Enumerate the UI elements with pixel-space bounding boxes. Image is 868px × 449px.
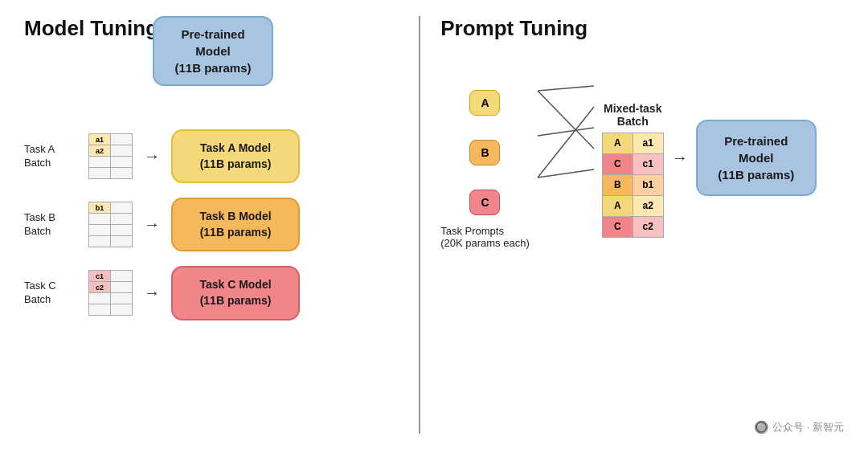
mixed-row-4: A a2 <box>602 195 663 216</box>
prompt-box-a: A <box>469 90 500 116</box>
task-c-row: Task CBatch c1 c2 → Task C Model(11B par… <box>24 266 391 320</box>
watermark: 🔘 公众号 · 新智元 <box>754 420 844 435</box>
cell-c1: c1 <box>89 271 111 282</box>
arrow-c: → <box>144 284 160 302</box>
mixed-cell-A1: A <box>602 133 633 153</box>
mixed-cell-c1: c1 <box>633 153 663 174</box>
task-c-label: Task CBatch <box>24 280 80 307</box>
left-side: Model Tuning Pre-trainedModel(11B params… <box>24 16 407 433</box>
task-c-batch-table: c1 c2 <box>88 270 133 316</box>
prompt-box-c: C <box>469 190 500 215</box>
svg-line-4 <box>538 128 594 136</box>
mixed-cell-B1: B <box>602 174 633 195</box>
task-c-model-box: Task C Model(11B params) <box>171 266 300 320</box>
pretrained-box-top: Pre-trainedModel(11B params) <box>153 16 273 86</box>
mixed-cell-b1: b1 <box>633 174 663 195</box>
mixed-cell-A2: A <box>602 195 633 216</box>
task-b-batch-table: b1 <box>88 202 133 247</box>
task-prompts-col: A B C <box>469 90 500 215</box>
arrow-a: → <box>144 147 160 165</box>
task-prompts-label: Task Prompts(20K params each) <box>440 225 530 249</box>
svg-line-1 <box>538 91 594 149</box>
watermark-text: 公众号 · 新智元 <box>772 420 844 435</box>
mixed-batch-title: Mixed-taskBatch <box>604 102 661 128</box>
cell-c2: c2 <box>89 282 111 293</box>
watermark-icon: 🔘 <box>754 420 769 435</box>
svg-line-3 <box>538 169 594 178</box>
model-tuning-title: Model Tuning <box>24 16 158 41</box>
svg-line-2 <box>538 107 594 178</box>
cell-b1: b1 <box>89 202 111 214</box>
task-a-label: Task ABatch <box>24 143 80 170</box>
task-a-row: Task ABatch a1 a2 → Task A Model(11B par… <box>24 129 391 183</box>
mixed-cell-C1: C <box>602 153 633 174</box>
main-container: Model Tuning Pre-trainedModel(11B params… <box>0 0 868 449</box>
task-b-row: Task BBatch b1 → Task B Model(11B params… <box>24 198 391 251</box>
svg-line-0 <box>538 86 594 91</box>
prompt-box-b: B <box>469 140 500 165</box>
right-inner: A B C Task Prompts(20K params each) Mix <box>440 65 844 274</box>
divider <box>419 16 420 434</box>
task-b-label: Task BBatch <box>24 211 80 239</box>
mixed-row-5: C c2 <box>602 216 663 237</box>
connections-svg <box>530 65 602 242</box>
task-a-batch-table: a1 a2 <box>88 133 133 179</box>
mixed-cell-c2: c2 <box>633 216 663 237</box>
mixed-cell-a1: a1 <box>633 133 663 153</box>
mixed-row-1: A a1 <box>602 133 663 153</box>
task-b-model-box: Task B Model(11B params) <box>171 198 300 251</box>
mixed-table: A a1 C c1 B b1 A a2 <box>602 133 664 238</box>
tasks-area: Task ABatch a1 a2 → Task A Model(11B par… <box>24 129 391 320</box>
task-a-model-box: Task A Model(11B params) <box>171 129 300 183</box>
pretrained-box-right: Pre-trainedModel(11B params) <box>696 120 817 196</box>
arrow-to-pretrained: → <box>672 149 688 167</box>
mixed-row-2: C c1 <box>602 153 663 174</box>
mixed-row-3: B b1 <box>602 174 663 195</box>
right-side: Prompt Tuning A B C Task Prompts(20K par… <box>432 16 844 433</box>
cell-a1: a1 <box>89 134 111 145</box>
mixed-batch-area: Mixed-taskBatch A a1 C c1 B b1 <box>602 102 664 238</box>
cell-a2: a2 <box>89 145 111 157</box>
arrow-b: → <box>144 215 160 234</box>
mixed-cell-a2: a2 <box>633 195 663 216</box>
prompt-tuning-title: Prompt Tuning <box>440 16 844 41</box>
mixed-cell-C2: C <box>602 216 633 237</box>
